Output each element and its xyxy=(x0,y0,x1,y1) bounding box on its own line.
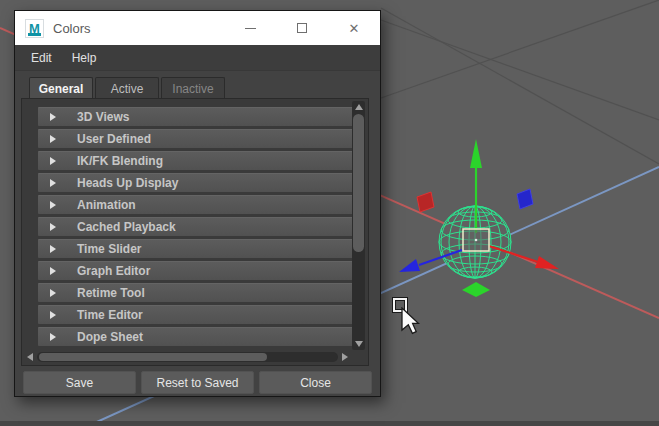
cursor-arrow-icon xyxy=(401,307,425,339)
expand-arrow-icon[interactable] xyxy=(50,289,56,297)
select-tool-cursor xyxy=(393,298,429,344)
section-row-time-slider[interactable]: Time Slider xyxy=(38,239,353,258)
maximize-icon xyxy=(297,23,307,33)
horizontal-scroll-track[interactable] xyxy=(37,352,338,362)
menu-item-help[interactable]: Help xyxy=(62,47,107,69)
section-row-time-editor[interactable]: Time Editor xyxy=(38,305,353,324)
section-label: Animation xyxy=(77,198,136,212)
section-label: Time Editor xyxy=(77,308,143,322)
expand-arrow-icon[interactable] xyxy=(50,311,56,319)
section-label: Graph Editor xyxy=(77,264,150,278)
color-sections-panel: 3D ViewsUser DefinedIK/FK BlendingHeads … xyxy=(21,98,369,366)
menu-bar: EditHelp xyxy=(15,45,380,71)
close-button[interactable]: ✕ xyxy=(328,11,380,45)
footer-buttons: SaveReset to SavedClose xyxy=(23,371,372,394)
expand-arrow-icon[interactable] xyxy=(50,333,56,341)
close-button[interactable]: Close xyxy=(259,371,372,394)
save-button[interactable]: Save xyxy=(23,371,136,394)
reset-to-saved-button[interactable]: Reset to Saved xyxy=(141,371,254,394)
scroll-down-button[interactable] xyxy=(352,338,365,350)
minimize-button[interactable] xyxy=(224,11,276,45)
tab-general[interactable]: General xyxy=(29,77,93,99)
section-label: Cached Playback xyxy=(77,220,176,234)
tab-bar: GeneralActiveInactive xyxy=(29,77,227,99)
scroll-right-button[interactable] xyxy=(339,351,351,363)
section-label: IK/FK Blending xyxy=(77,154,163,168)
close-icon: ✕ xyxy=(349,22,360,35)
section-list: 3D ViewsUser DefinedIK/FK BlendingHeads … xyxy=(38,107,353,349)
scroll-left-button[interactable] xyxy=(24,351,36,363)
section-row-graph-editor[interactable]: Graph Editor xyxy=(38,261,353,280)
maya-icon-band xyxy=(28,33,41,36)
section-row-3d-views[interactable]: 3D Views xyxy=(38,107,353,126)
manipulator-yz-plane-handle[interactable] xyxy=(517,189,533,209)
maya-icon: M xyxy=(25,19,44,38)
expand-arrow-icon[interactable] xyxy=(50,223,56,231)
maya-application: M Colors ✕ EditHelp GeneralActiveInactiv… xyxy=(0,0,659,426)
horizontal-scroll-thumb[interactable] xyxy=(39,353,267,361)
grid-lines xyxy=(381,0,659,164)
expand-arrow-icon[interactable] xyxy=(50,135,56,143)
section-row-cached-playback[interactable]: Cached Playback xyxy=(38,217,353,236)
section-label: Dope Sheet xyxy=(77,330,143,344)
arrow-up-icon xyxy=(355,104,363,110)
vertical-scroll-thumb[interactable] xyxy=(353,114,364,252)
section-row-heads-up-display[interactable]: Heads Up Display xyxy=(38,173,353,192)
tab-inactive[interactable]: Inactive xyxy=(161,77,225,99)
minimize-icon xyxy=(245,28,256,29)
section-row-retime-tool[interactable]: Retime Tool xyxy=(38,283,353,302)
arrow-right-icon xyxy=(342,353,348,361)
expand-arrow-icon[interactable] xyxy=(50,245,56,253)
arrow-left-icon xyxy=(27,353,33,361)
horizontal-scrollbar[interactable] xyxy=(24,351,351,363)
section-row-user-defined[interactable]: User Defined xyxy=(38,129,353,148)
expand-arrow-icon[interactable] xyxy=(50,179,56,187)
section-label: Time Slider xyxy=(77,242,141,256)
manipulator-xz-plane-handle[interactable] xyxy=(462,282,490,297)
scroll-up-button[interactable] xyxy=(352,101,365,113)
manipulator-center-dot xyxy=(475,239,478,242)
expand-arrow-icon[interactable] xyxy=(50,201,56,209)
vertical-scrollbar[interactable] xyxy=(352,101,365,350)
section-row-dope-sheet[interactable]: Dope Sheet xyxy=(38,327,353,346)
tab-active[interactable]: Active xyxy=(95,77,159,99)
section-label: 3D Views xyxy=(77,110,129,124)
viewport-bottom-edge xyxy=(0,421,659,426)
expand-arrow-icon[interactable] xyxy=(50,267,56,275)
expand-arrow-icon[interactable] xyxy=(50,113,56,121)
menu-item-edit[interactable]: Edit xyxy=(21,47,62,69)
section-row-ik-fk-blending[interactable]: IK/FK Blending xyxy=(38,151,353,170)
maximize-button[interactable] xyxy=(276,11,328,45)
manipulator-xy-plane-handle[interactable] xyxy=(417,192,434,212)
dialog-title: Colors xyxy=(53,21,91,36)
section-row-animation[interactable]: Animation xyxy=(38,195,353,214)
expand-arrow-icon[interactable] xyxy=(50,157,56,165)
colors-dialog: M Colors ✕ EditHelp GeneralActiveInactiv… xyxy=(14,10,381,397)
section-label: Retime Tool xyxy=(77,286,145,300)
section-label: Heads Up Display xyxy=(77,176,178,190)
arrow-down-icon xyxy=(355,341,363,347)
dialog-titlebar[interactable]: M Colors ✕ xyxy=(15,11,380,45)
section-label: User Defined xyxy=(77,132,151,146)
